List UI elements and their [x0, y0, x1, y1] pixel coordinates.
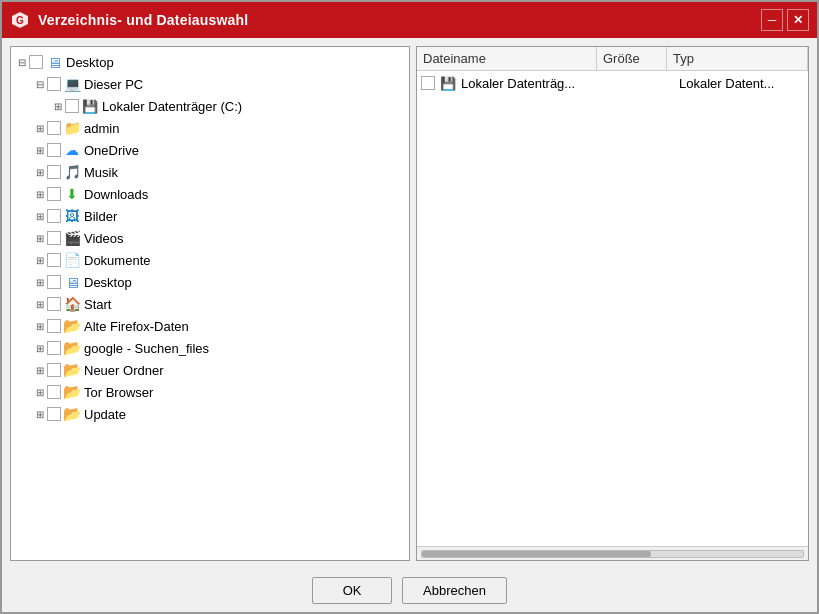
label-alte-firefox: Alte Firefox-Daten	[84, 319, 189, 334]
expander-bilder[interactable]: ⊞	[33, 209, 47, 223]
expander-tor-browser[interactable]: ⊞	[33, 385, 47, 399]
expander-admin[interactable]: ⊞	[33, 121, 47, 135]
content-area: ⊟ 🖥 Desktop ⊟ 💻 Dieser PC	[2, 38, 817, 569]
check-downloads[interactable]	[47, 187, 61, 201]
check-onedrive[interactable]	[47, 143, 61, 157]
desktop-folder-icon: 🖥	[63, 273, 81, 291]
scrollbar-track[interactable]	[421, 550, 804, 558]
expander-desktop2[interactable]: ⊞	[33, 275, 47, 289]
col-header-name[interactable]: Dateiname	[417, 47, 597, 70]
tree-row-update[interactable]: ⊞ 📂 Update	[33, 403, 405, 425]
tree-node-dieser-pc: ⊟ 💻 Dieser PC ⊞ 💾	[33, 73, 405, 117]
expander-dieser-pc[interactable]: ⊟	[33, 77, 47, 91]
label-onedrive: OneDrive	[84, 143, 139, 158]
label-google-suchen: google - Suchen_files	[84, 341, 209, 356]
tree-row-local-disk[interactable]: ⊞ 💾 Lokaler Datenträger (C:)	[51, 95, 405, 117]
horizontal-scrollbar[interactable]	[417, 546, 808, 560]
label-dokumente: Dokumente	[84, 253, 150, 268]
expander-alte-firefox[interactable]: ⊞	[33, 319, 47, 333]
children-desktop: ⊟ 💻 Dieser PC ⊞ 💾	[33, 73, 405, 425]
tree-row-admin[interactable]: ⊞ 📁 admin	[33, 117, 405, 139]
docs-icon: 📄	[63, 251, 81, 269]
tree-node-local-disk: ⊞ 💾 Lokaler Datenträger (C:)	[51, 95, 405, 117]
expander-neuer-ordner[interactable]: ⊞	[33, 363, 47, 377]
check-update[interactable]	[47, 407, 61, 421]
admin-folder-icon: 📁	[63, 119, 81, 137]
video-icon: 🎬	[63, 229, 81, 247]
expander-videos[interactable]: ⊞	[33, 231, 47, 245]
file-row-check[interactable]	[421, 76, 435, 90]
label-desktop: Desktop	[66, 55, 114, 70]
check-start[interactable]	[47, 297, 61, 311]
file-row-type: Lokaler Datent...	[679, 76, 804, 91]
check-neuer-ordner[interactable]	[47, 363, 61, 377]
cancel-button[interactable]: Abbrechen	[402, 577, 507, 604]
title-bar: G Verzeichnis- und Dateiauswahl ─ ✕	[2, 2, 817, 38]
label-local-disk: Lokaler Datenträger (C:)	[102, 99, 242, 114]
check-desktop2[interactable]	[47, 275, 61, 289]
file-row[interactable]: 💾 Lokaler Datenträg... Lokaler Datent...	[417, 71, 808, 95]
label-tor-browser: Tor Browser	[84, 385, 153, 400]
tree-row-dokumente[interactable]: ⊞ 📄 Dokumente	[33, 249, 405, 271]
tree-row-dieser-pc[interactable]: ⊟ 💻 Dieser PC	[33, 73, 405, 95]
check-dieser-pc[interactable]	[47, 77, 61, 91]
label-dieser-pc: Dieser PC	[84, 77, 143, 92]
check-admin[interactable]	[47, 121, 61, 135]
check-google-suchen[interactable]	[47, 341, 61, 355]
tree-row-desktop[interactable]: ⊟ 🖥 Desktop	[15, 51, 405, 73]
expander-musik[interactable]: ⊞	[33, 165, 47, 179]
button-bar: OK Abbrechen	[2, 569, 817, 612]
minimize-button[interactable]: ─	[761, 9, 783, 31]
images-icon: 🖼	[63, 207, 81, 225]
expander-desktop[interactable]: ⊟	[15, 55, 29, 69]
tree-row-alte-firefox[interactable]: ⊞ 📂 Alte Firefox-Daten	[33, 315, 405, 337]
expander-local-disk[interactable]: ⊞	[51, 99, 65, 113]
check-alte-firefox[interactable]	[47, 319, 61, 333]
expander-downloads[interactable]: ⊞	[33, 187, 47, 201]
file-row-name: Lokaler Datenträg...	[461, 76, 609, 91]
ok-button[interactable]: OK	[312, 577, 392, 604]
tree-row-desktop2[interactable]: ⊞ 🖥 Desktop	[33, 271, 405, 293]
drive-row-icon: 💾	[439, 74, 457, 92]
folder-icon-neuer: 📂	[63, 361, 81, 379]
tree-row-onedrive[interactable]: ⊞ ☁ OneDrive	[33, 139, 405, 161]
pc-icon: 💻	[63, 75, 81, 93]
start-icon: 🏠	[63, 295, 81, 313]
tree-row-google-suchen[interactable]: ⊞ 📂 google - Suchen_files	[33, 337, 405, 359]
tree-row-start[interactable]: ⊞ 🏠 Start	[33, 293, 405, 315]
check-musik[interactable]	[47, 165, 61, 179]
check-desktop[interactable]	[29, 55, 43, 69]
tree-row-bilder[interactable]: ⊞ 🖼 Bilder	[33, 205, 405, 227]
tree-row-tor-browser[interactable]: ⊞ 📂 Tor Browser	[33, 381, 405, 403]
tree-row-videos[interactable]: ⊞ 🎬 Videos	[33, 227, 405, 249]
expander-start[interactable]: ⊞	[33, 297, 47, 311]
check-bilder[interactable]	[47, 209, 61, 223]
col-header-type[interactable]: Typ	[667, 47, 808, 70]
label-downloads: Downloads	[84, 187, 148, 202]
file-panel-header: Dateiname Größe Typ	[417, 47, 808, 71]
tree-row-neuer-ordner[interactable]: ⊞ 📂 Neuer Ordner	[33, 359, 405, 381]
children-dieser-pc: ⊞ 💾 Lokaler Datenträger (C:)	[51, 95, 405, 117]
check-tor-browser[interactable]	[47, 385, 61, 399]
file-list[interactable]: 💾 Lokaler Datenträg... Lokaler Datent...	[417, 71, 808, 546]
expander-google-suchen[interactable]: ⊞	[33, 341, 47, 355]
check-dokumente[interactable]	[47, 253, 61, 267]
label-neuer-ordner: Neuer Ordner	[84, 363, 163, 378]
expander-update[interactable]: ⊞	[33, 407, 47, 421]
tree-panel[interactable]: ⊟ 🖥 Desktop ⊟ 💻 Dieser PC	[10, 46, 410, 561]
close-button[interactable]: ✕	[787, 9, 809, 31]
check-videos[interactable]	[47, 231, 61, 245]
music-icon: 🎵	[63, 163, 81, 181]
folder-icon-alte: 📂	[63, 317, 81, 335]
scrollbar-thumb[interactable]	[422, 551, 651, 557]
label-update: Update	[84, 407, 126, 422]
tree-row-musik[interactable]: ⊞ 🎵 Musik	[33, 161, 405, 183]
check-local-disk[interactable]	[65, 99, 79, 113]
expander-dokumente[interactable]: ⊞	[33, 253, 47, 267]
label-desktop2: Desktop	[84, 275, 132, 290]
col-header-size[interactable]: Größe	[597, 47, 667, 70]
expander-onedrive[interactable]: ⊞	[33, 143, 47, 157]
desktop-icon: 🖥	[45, 53, 63, 71]
app-logo-icon: G	[10, 10, 30, 30]
tree-row-downloads[interactable]: ⊞ ⬇ Downloads	[33, 183, 405, 205]
